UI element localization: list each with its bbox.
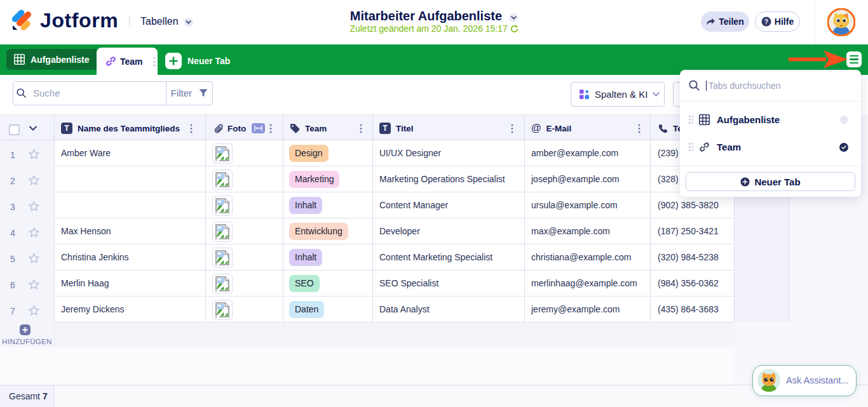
- svg-text:?: ?: [764, 18, 768, 25]
